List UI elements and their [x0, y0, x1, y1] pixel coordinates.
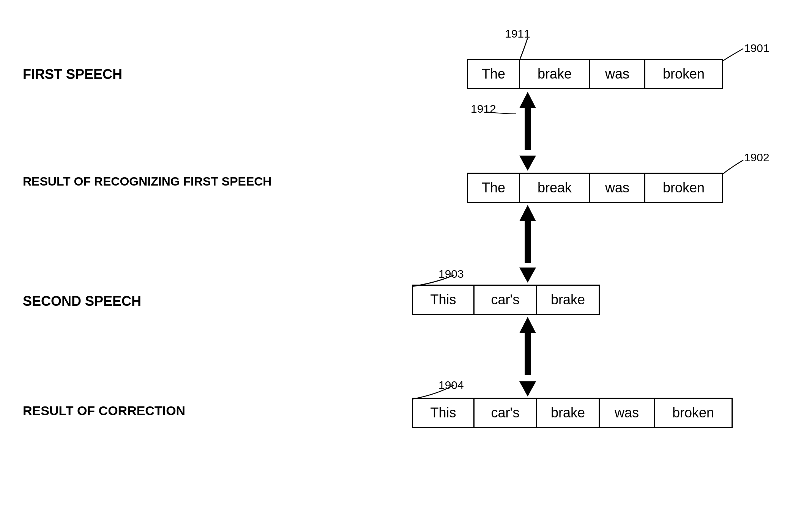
svg-marker-0 — [519, 92, 536, 108]
svg-marker-6 — [519, 317, 536, 333]
svg-rect-1 — [525, 108, 531, 150]
svg-marker-8 — [519, 381, 536, 397]
svg-rect-7 — [525, 333, 531, 375]
arrows-svg — [0, 0, 812, 532]
patent-diagram: FIRST SPEECH RESULT OF RECOGNIZING FIRST… — [0, 0, 812, 532]
svg-marker-5 — [519, 268, 536, 283]
svg-marker-2 — [519, 156, 536, 171]
svg-rect-4 — [525, 221, 531, 263]
svg-marker-3 — [519, 205, 536, 221]
